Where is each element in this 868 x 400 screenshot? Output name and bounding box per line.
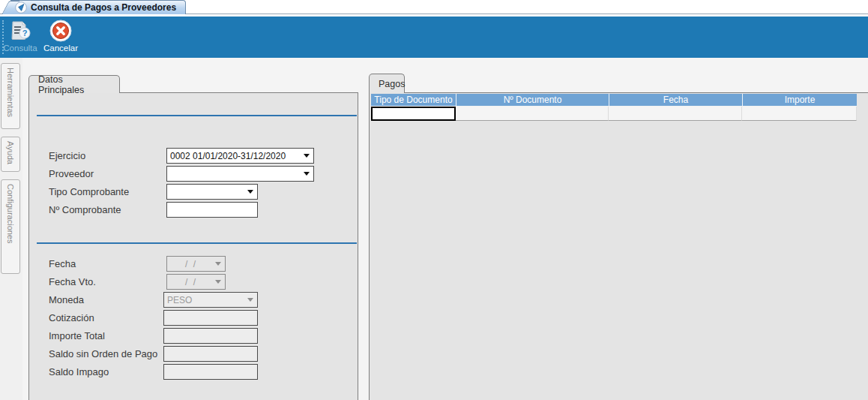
divider-top <box>37 115 357 116</box>
column-header-nro-documento[interactable]: Nº Documento <box>456 94 609 106</box>
consulta-button[interactable]: ? Consulta <box>0 19 40 53</box>
chevron-down-icon <box>247 190 253 194</box>
query-document-icon: ? <box>8 19 32 43</box>
tab-datos-principales[interactable]: Datos Principales <box>28 75 120 93</box>
moneda-select[interactable]: PESO <box>163 292 258 308</box>
chevron-down-icon <box>215 262 221 266</box>
fecha-vto-datepicker[interactable]: / / <box>166 274 226 290</box>
consulta-button-label: Consulta <box>3 44 37 53</box>
ejercicio-value: 0002 01/01/2020-31/12/2020 <box>167 151 304 161</box>
fecha-value: / / <box>167 259 215 269</box>
main-area: Datos Principales Ejercicio 0002 01/01/2… <box>22 58 868 400</box>
cancelar-button-label: Cancelar <box>43 44 78 53</box>
app-window: Consulta de Pagos a Proveedores ? Consul… <box>0 0 868 400</box>
divider-middle <box>37 242 357 244</box>
fecha-vto-value: / / <box>167 277 215 287</box>
chevron-down-icon <box>215 280 221 284</box>
importe-total-label: Importe Total <box>49 328 105 344</box>
datos-principales-panel: Ejercicio 0002 01/01/2020-31/12/2020 Pro… <box>28 92 358 400</box>
sidebar-tab-ayuda-label: Ayuda <box>6 137 15 171</box>
saldo-impago-input[interactable] <box>163 364 258 380</box>
tipo-comprobante-label: Tipo Comprobante <box>49 184 129 200</box>
sidebar-tab-ayuda[interactable]: Ayuda <box>1 137 20 172</box>
saldo-sin-orden-pago-label: Saldo sin Orden de Pago <box>49 346 157 362</box>
toolbar-gripper[interactable] <box>2 20 4 54</box>
table-cell-tipo-documento-selected[interactable] <box>371 107 456 121</box>
sidebar-tab-configuraciones[interactable]: Configuraciones <box>1 179 20 274</box>
nro-comprobante-label: Nº Comprobante <box>49 202 121 218</box>
chevron-down-icon <box>304 172 310 176</box>
tab-datos-principales-label: Datos Principales <box>38 74 110 95</box>
cancelar-button[interactable]: Cancelar <box>40 19 81 53</box>
saldo-impago-label: Saldo Impago <box>49 364 109 380</box>
tab-pagos[interactable]: Pagos <box>369 74 405 93</box>
sidebar-tab-herramientas-label: Herramientas <box>6 64 15 128</box>
table-row <box>371 107 857 121</box>
tab-pagos-label: Pagos <box>379 79 405 89</box>
table-cell-importe[interactable] <box>742 107 857 121</box>
column-header-fecha[interactable]: Fecha <box>609 94 742 106</box>
ejercicio-select[interactable]: 0002 01/01/2020-31/12/2020 <box>166 148 314 164</box>
fecha-vto-label: Fecha Vto. <box>49 274 96 290</box>
cotizacion-input[interactable] <box>163 310 258 326</box>
pagos-table: Tipo de Documento Nº Documento Fecha Imp… <box>371 94 857 121</box>
sidebar-tab-herramientas[interactable]: Herramientas <box>1 63 20 129</box>
moneda-label: Moneda <box>49 292 84 308</box>
app-icon <box>15 2 27 14</box>
content-area: Herramientas Ayuda Configuraciones Datos… <box>0 58 868 400</box>
chevron-down-icon <box>247 298 253 302</box>
column-header-tipo-de-documento[interactable]: Tipo de Documento <box>371 94 456 106</box>
table-cell-nro-documento[interactable] <box>456 107 609 121</box>
tipo-comprobante-select[interactable] <box>166 184 258 200</box>
nro-comprobante-input[interactable] <box>166 202 258 218</box>
column-header-importe[interactable]: Importe <box>742 94 857 106</box>
fecha-label: Fecha <box>49 256 76 272</box>
cotizacion-label: Cotización <box>49 310 94 326</box>
chevron-down-icon <box>304 154 310 158</box>
proveedor-select[interactable] <box>166 166 314 182</box>
sidebar-tab-configuraciones-label: Configuraciones <box>6 180 15 273</box>
svg-text:?: ? <box>22 29 28 38</box>
moneda-value: PESO <box>164 295 247 305</box>
toolbar: ? Consulta Cancelar <box>0 17 868 58</box>
cancel-icon <box>49 19 73 43</box>
proveedor-label: Proveedor <box>49 166 94 182</box>
window-tab-consulta-pagos[interactable]: Consulta de Pagos a Proveedores <box>10 0 186 14</box>
window-tab-bar: Consulta de Pagos a Proveedores <box>0 0 868 14</box>
table-cell-fecha[interactable] <box>609 107 742 121</box>
window-tab-title: Consulta de Pagos a Proveedores <box>31 2 176 13</box>
saldo-sin-orden-pago-input[interactable] <box>163 346 258 362</box>
sidebar: Herramientas Ayuda Configuraciones <box>0 58 22 400</box>
table-header-row: Tipo de Documento Nº Documento Fecha Imp… <box>371 94 857 107</box>
importe-total-input[interactable] <box>163 328 258 344</box>
fecha-datepicker[interactable]: / / <box>166 256 226 272</box>
ejercicio-label: Ejercicio <box>49 148 85 164</box>
pagos-panel: Tipo de Documento Nº Documento Fecha Imp… <box>369 92 868 400</box>
